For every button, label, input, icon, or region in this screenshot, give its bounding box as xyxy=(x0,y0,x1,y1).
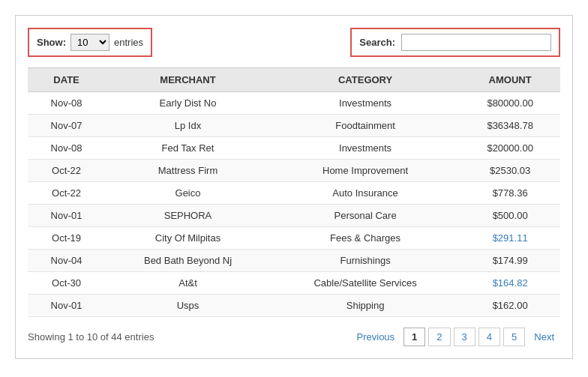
cell-merchant: Bed Bath Beyond Nj xyxy=(105,250,271,272)
table-row: Oct-30At&tCable/Satellite Services$164.8… xyxy=(28,272,560,295)
cell-category: Foodtainment xyxy=(271,115,460,137)
cell-date: Nov-07 xyxy=(28,115,105,137)
show-label: Show: xyxy=(37,37,66,48)
cell-category: Investments xyxy=(271,137,460,160)
main-container: Show: 102550100 entries Search: DATEMERC… xyxy=(15,15,573,359)
cell-date: Oct-22 xyxy=(28,160,105,182)
cell-merchant: SEPHORA xyxy=(105,205,271,227)
table-row: Oct-19City Of MilpitasFees & Charges$291… xyxy=(28,227,560,250)
search-label: Search: xyxy=(359,37,395,48)
cell-category: Shipping xyxy=(271,295,460,317)
showing-text: Showing 1 to 10 of 44 entries xyxy=(28,331,154,343)
cell-date: Oct-22 xyxy=(28,182,105,205)
cell-category: Personal Care xyxy=(271,205,460,227)
cell-date: Nov-08 xyxy=(28,92,105,115)
table-row: Nov-08Early Dist NoInvestments$80000.00 xyxy=(28,92,560,115)
cell-amount: $164.82 xyxy=(460,272,560,295)
entries-label: entries xyxy=(114,37,143,48)
cell-category: Furnishings xyxy=(271,250,460,272)
bottom-controls: Showing 1 to 10 of 44 entries Previous12… xyxy=(28,328,560,346)
cell-date: Nov-01 xyxy=(28,295,105,317)
cell-merchant: Mattress Firm xyxy=(105,160,271,182)
pagination: Previous12345Next xyxy=(351,328,560,346)
search-input[interactable] xyxy=(401,34,551,51)
col-header-amount: AMOUNT xyxy=(460,68,560,92)
cell-category: Investments xyxy=(271,92,460,115)
col-header-date: DATE xyxy=(28,68,105,92)
cell-date: Oct-30 xyxy=(28,272,105,295)
table-row: Nov-08Fed Tax RetInvestments$20000.00 xyxy=(28,137,560,160)
cell-merchant: Early Dist No xyxy=(105,92,271,115)
cell-amount: $291.11 xyxy=(460,227,560,250)
table-header-row: DATEMERCHANTCATEGORYAMOUNT xyxy=(28,68,560,92)
cell-merchant: Fed Tax Ret xyxy=(105,137,271,160)
cell-category: Fees & Charges xyxy=(271,227,460,250)
show-entries-box: Show: 102550100 entries xyxy=(28,28,152,57)
table-body: Nov-08Early Dist NoInvestments$80000.00N… xyxy=(28,92,560,317)
page-button-1[interactable]: 1 xyxy=(404,328,425,346)
col-header-category: CATEGORY xyxy=(271,68,460,92)
table-row: Nov-04Bed Bath Beyond NjFurnishings$174.… xyxy=(28,250,560,272)
col-header-merchant: MERCHANT xyxy=(105,68,271,92)
cell-date: Oct-19 xyxy=(28,227,105,250)
table-row: Nov-01UspsShipping$162.00 xyxy=(28,295,560,317)
page-button-2[interactable]: 2 xyxy=(428,328,450,346)
cell-merchant: City Of Milpitas xyxy=(105,227,271,250)
cell-merchant: At&t xyxy=(105,272,271,295)
cell-date: Nov-04 xyxy=(28,250,105,272)
table-row: Nov-01SEPHORAPersonal Care$500.00 xyxy=(28,205,560,227)
table-row: Oct-22GeicoAuto Insurance$778.36 xyxy=(28,182,560,205)
cell-amount: $778.36 xyxy=(460,182,560,205)
table-row: Nov-07Lp IdxFoodtainment$36348.78 xyxy=(28,115,560,137)
cell-date: Nov-01 xyxy=(28,205,105,227)
cell-amount: $500.00 xyxy=(460,205,560,227)
cell-category: Cable/Satellite Services xyxy=(271,272,460,295)
page-button-5[interactable]: 5 xyxy=(503,328,525,346)
page-button-3[interactable]: 3 xyxy=(454,328,476,346)
cell-amount: $20000.00 xyxy=(460,137,560,160)
cell-amount: $162.00 xyxy=(460,295,560,317)
transactions-table: DATEMERCHANTCATEGORYAMOUNT Nov-08Early D… xyxy=(28,67,560,317)
cell-amount: $80000.00 xyxy=(460,92,560,115)
cell-amount: $2530.03 xyxy=(460,160,560,182)
cell-merchant: Usps xyxy=(105,295,271,317)
previous-button[interactable]: Previous xyxy=(351,328,401,346)
cell-date: Nov-08 xyxy=(28,137,105,160)
entries-select[interactable]: 102550100 xyxy=(70,34,110,51)
cell-merchant: Geico xyxy=(105,182,271,205)
next-button[interactable]: Next xyxy=(528,328,560,346)
cell-amount: $36348.78 xyxy=(460,115,560,137)
top-controls: Show: 102550100 entries Search: xyxy=(28,28,560,57)
cell-category: Home Improvement xyxy=(271,160,460,182)
cell-amount: $174.99 xyxy=(460,250,560,272)
table-row: Oct-22Mattress FirmHome Improvement$2530… xyxy=(28,160,560,182)
cell-category: Auto Insurance xyxy=(271,182,460,205)
search-box: Search: xyxy=(350,28,560,57)
cell-merchant: Lp Idx xyxy=(105,115,271,137)
page-button-4[interactable]: 4 xyxy=(478,328,500,346)
